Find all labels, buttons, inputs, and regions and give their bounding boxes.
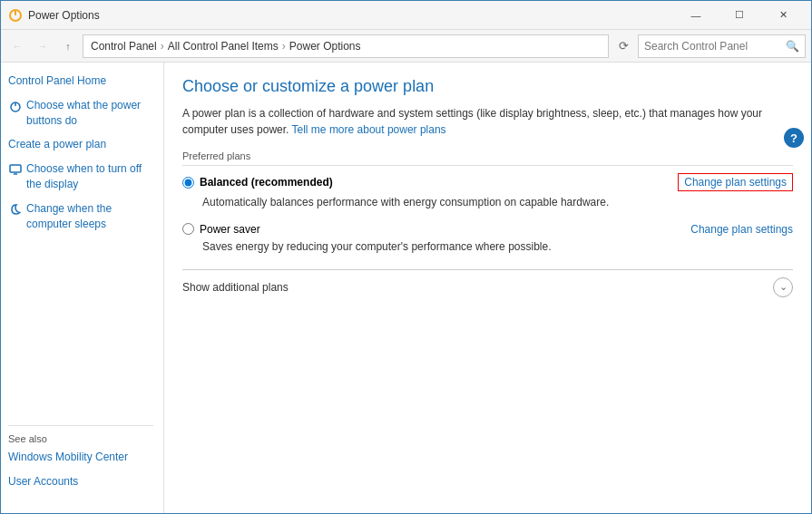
content-area: ? Choose or customize a power plan A pow… xyxy=(164,63,811,513)
address-path[interactable]: Control Panel › All Control Panel Items … xyxy=(83,34,609,58)
search-input[interactable] xyxy=(644,40,786,53)
show-additional-label: Show additional plans xyxy=(182,281,289,294)
sidebar-item-control-panel-home[interactable]: Control Panel Home xyxy=(8,73,156,89)
turn-off-display-label: Choose when to turn off the display xyxy=(26,161,156,192)
page-title: Choose or customize a power plan xyxy=(182,77,793,96)
power-buttons-label: Choose what the power buttons do xyxy=(26,98,156,129)
sleep-icon xyxy=(8,202,23,217)
plan-radio-balanced[interactable]: Balanced (recommended) xyxy=(182,176,333,189)
refresh-button[interactable]: ⟳ xyxy=(612,35,634,57)
plan-item-power-saver: Power saver Change plan settings Saves e… xyxy=(182,223,793,255)
plan-name-power-saver: Power saver xyxy=(200,223,260,236)
plan-name-balanced: Balanced (recommended) xyxy=(200,176,333,189)
maximize-button[interactable]: ☐ xyxy=(719,2,760,29)
sidebar-item-user-accounts[interactable]: User Accounts xyxy=(8,474,153,490)
path-control-panel: Control Panel xyxy=(91,40,157,53)
power-button-icon xyxy=(8,99,23,113)
sidebar-item-power-buttons[interactable]: Choose what the power buttons do xyxy=(8,98,156,129)
main-container: Control Panel Home Choose what the power… xyxy=(1,63,811,513)
tell-me-link[interactable]: Tell me more about power plans xyxy=(292,123,446,136)
window: Power Options — ☐ ✕ ← → ↑ Control Panel … xyxy=(0,0,812,514)
sidebar: Control Panel Home Choose what the power… xyxy=(1,63,164,513)
window-controls: — ☐ ✕ xyxy=(675,2,804,29)
radio-power-saver[interactable] xyxy=(182,223,194,235)
sidebar-item-create-plan[interactable]: Create a power plan xyxy=(8,137,156,152)
radio-balanced[interactable] xyxy=(182,177,194,189)
title-bar: Power Options — ☐ ✕ xyxy=(1,1,811,30)
forward-button[interactable]: → xyxy=(32,35,54,57)
search-box: 🔍 xyxy=(638,34,806,58)
search-icon: 🔍 xyxy=(786,40,799,53)
section-label: Preferred plans xyxy=(182,150,793,166)
close-button[interactable]: ✕ xyxy=(762,2,804,29)
up-button[interactable]: ↑ xyxy=(57,35,79,57)
computer-sleeps-label: Change when the computer sleeps xyxy=(26,201,156,232)
sidebar-item-turn-off-display[interactable]: Choose when to turn off the display xyxy=(8,161,156,192)
window-title: Power Options xyxy=(28,9,675,22)
help-button[interactable]: ? xyxy=(784,128,804,148)
chevron-down-icon: ⌄ xyxy=(773,277,793,297)
plan-header-balanced: Balanced (recommended) Change plan setti… xyxy=(182,173,793,191)
minimize-button[interactable]: — xyxy=(675,2,717,29)
plan-header-power-saver: Power saver Change plan settings xyxy=(182,223,793,236)
svg-rect-4 xyxy=(10,165,21,172)
see-also-section: See also Windows Mobility Center User Ac… xyxy=(8,418,153,499)
plan-radio-power-saver[interactable]: Power saver xyxy=(182,223,260,236)
plan-desc-balanced: Automatically balances performance with … xyxy=(202,195,793,210)
change-plan-link-power-saver[interactable]: Change plan settings xyxy=(690,223,793,236)
show-additional-plans[interactable]: Show additional plans ⌄ xyxy=(182,269,793,297)
change-plan-link-balanced[interactable]: Change plan settings xyxy=(678,173,793,191)
back-button[interactable]: ← xyxy=(6,35,28,57)
description-text: A power plan is a collection of hardware… xyxy=(182,107,762,136)
see-also-label: See also xyxy=(8,433,153,444)
display-icon xyxy=(8,162,23,177)
description: A power plan is a collection of hardware… xyxy=(182,105,793,138)
path-power-options: Power Options xyxy=(289,40,361,53)
plan-item-balanced: Balanced (recommended) Change plan setti… xyxy=(182,173,793,210)
sidebar-item-computer-sleeps[interactable]: Change when the computer sleeps xyxy=(8,201,156,232)
plan-desc-power-saver: Saves energy by reducing your computer's… xyxy=(202,239,793,255)
sidebar-item-windows-mobility[interactable]: Windows Mobility Center xyxy=(8,450,153,465)
power-options-icon xyxy=(8,8,23,23)
address-bar: ← → ↑ Control Panel › All Control Panel … xyxy=(1,30,811,63)
path-all-items: All Control Panel Items xyxy=(168,40,279,53)
